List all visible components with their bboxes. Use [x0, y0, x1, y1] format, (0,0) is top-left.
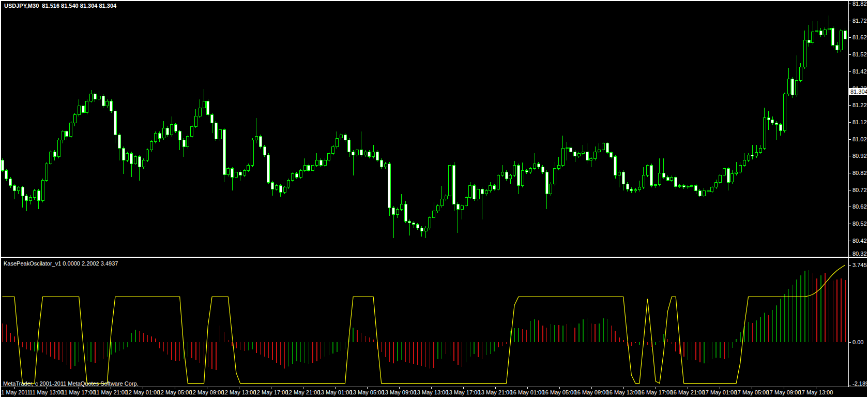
- candle: [440, 199, 443, 206]
- histogram-bar: [397, 342, 398, 361]
- histogram-bar: [530, 321, 531, 342]
- candle: [574, 152, 576, 156]
- candle: [400, 204, 403, 210]
- current-price-marker: 81.304: [849, 88, 868, 95]
- candle: [630, 189, 633, 190]
- candle: [295, 174, 298, 178]
- candle: [537, 164, 540, 167]
- histogram-bar: [26, 342, 27, 349]
- osc-tick: [849, 265, 851, 266]
- price-label: 81.425: [852, 68, 868, 75]
- candle: [755, 153, 758, 156]
- histogram-bar: [474, 342, 475, 354]
- candle: [550, 184, 552, 194]
- histogram-bar: [740, 332, 741, 342]
- histogram-bar: [809, 270, 810, 342]
- time-label: 16 May 01:00: [510, 389, 545, 395]
- candle: [25, 196, 28, 201]
- candle: [287, 181, 290, 187]
- histogram-bar: [276, 342, 277, 363]
- candle: [828, 28, 830, 30]
- time-tick: [399, 387, 400, 389]
- candle: [239, 172, 241, 175]
- candle: [698, 190, 701, 196]
- histogram-bar: [200, 342, 201, 363]
- candle: [812, 32, 814, 42]
- candle: [279, 186, 282, 193]
- time-tick: [591, 387, 592, 389]
- histogram-bar: [466, 342, 467, 362]
- candle: [376, 152, 378, 160]
- histogram-bar: [34, 342, 35, 351]
- price-label: 80.825: [852, 170, 868, 176]
- candle: [808, 40, 810, 42]
- time-label: 13 May 21:00: [478, 389, 513, 395]
- candle: [775, 123, 778, 125]
- histogram-bar: [607, 319, 608, 342]
- histogram-bar: [833, 281, 834, 342]
- candle: [138, 157, 141, 167]
- candle: [319, 160, 322, 166]
- histogram-bar: [736, 339, 737, 342]
- price-axis[interactable]: 81.82581.72581.62581.52581.42581.32581.2…: [848, 1, 868, 257]
- histogram-bar: [365, 336, 366, 342]
- candle: [844, 31, 846, 39]
- candlestick-chart[interactable]: [1, 1, 848, 257]
- candle: [416, 225, 419, 228]
- histogram-bar: [70, 342, 71, 369]
- histogram-bar: [542, 326, 543, 342]
- histogram-bar: [373, 340, 374, 342]
- candle: [21, 187, 24, 196]
- price-tick: [849, 37, 851, 38]
- time-axis[interactable]: 11 May 201111 May 13:0011 May 17:0011 Ma…: [1, 387, 868, 397]
- histogram-bar: [796, 280, 797, 342]
- histogram-bar: [228, 340, 229, 342]
- candle: [787, 79, 790, 94]
- time-tick: [688, 387, 688, 389]
- indicator-label: KasePeakOscilator_v1 0.0000 2.2002 3.493…: [4, 260, 118, 267]
- candle: [352, 152, 355, 155]
- histogram-bar: [155, 339, 156, 342]
- histogram-bar: [381, 342, 382, 352]
- histogram-bar: [704, 342, 705, 363]
- oscillator-chart[interactable]: [1, 258, 848, 387]
- oscillator-axis[interactable]: 3.74590.00-2.1898: [848, 258, 868, 387]
- candle: [380, 160, 383, 167]
- candle: [211, 114, 214, 123]
- histogram-bar: [171, 342, 172, 360]
- histogram-bar: [147, 335, 148, 342]
- price-label: 81.525: [852, 51, 868, 57]
- candle: [840, 31, 842, 50]
- candle: [29, 197, 32, 201]
- candle: [832, 28, 834, 45]
- candle: [505, 172, 508, 179]
- histogram-bar: [103, 342, 104, 359]
- candle: [166, 128, 169, 135]
- histogram-bar: [79, 342, 80, 362]
- time-tick: [527, 387, 528, 389]
- candle: [255, 137, 257, 140]
- candle: [501, 172, 504, 175]
- histogram-bar: [22, 342, 23, 347]
- candle: [469, 186, 471, 198]
- histogram-bar: [425, 342, 427, 367]
- candle: [586, 152, 588, 160]
- candle: [315, 160, 318, 166]
- histogram-bar: [699, 342, 701, 362]
- histogram-bar: [712, 342, 713, 359]
- candle: [650, 165, 653, 185]
- candle-bodies: [1, 28, 846, 231]
- histogram-bar: [63, 342, 64, 362]
- price-tick: [849, 190, 851, 190]
- candle: [66, 131, 68, 137]
- histogram-bar: [655, 342, 656, 345]
- candle: [453, 165, 455, 204]
- osc-label: -2.1898: [852, 380, 868, 387]
- histogram-bar: [748, 322, 749, 342]
- candle: [602, 143, 604, 150]
- histogram-bar: [562, 326, 564, 342]
- histogram-bar: [288, 342, 290, 366]
- candle: [731, 174, 734, 182]
- histogram-bar: [615, 331, 616, 342]
- histogram-bar: [647, 342, 648, 345]
